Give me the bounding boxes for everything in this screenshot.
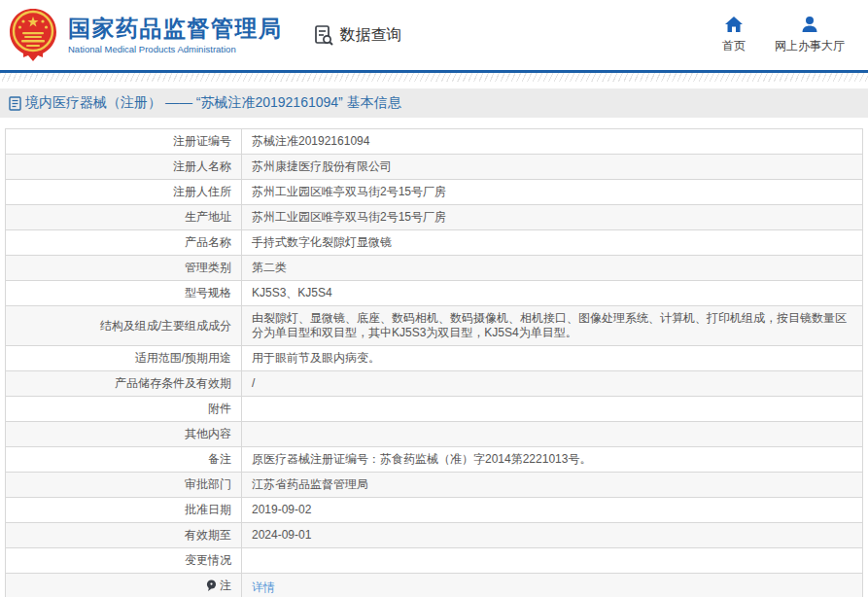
row-label-cell: 备注: [6, 447, 242, 473]
row-value: 苏州康捷医疗股份有限公司: [252, 159, 392, 173]
data-query-tab[interactable]: 数据查询: [312, 23, 402, 47]
table-row: 管理类别第二类: [6, 256, 863, 281]
row-label-cell: 注册人住所: [6, 180, 242, 205]
nav-home[interactable]: 首页: [722, 16, 746, 54]
row-value-cell: 苏州康捷医疗股份有限公司: [242, 155, 863, 180]
nav-online-hall-label: 网上办事大厅: [775, 38, 845, 54]
top-nav: 首页 网上办事大厅: [722, 16, 845, 54]
row-label-cell: 适用范围/预期用途: [6, 346, 242, 371]
row-label: 适用范围/预期用途: [135, 351, 231, 366]
row-value-cell: 苏械注准20192161094: [242, 129, 863, 155]
row-label: 注册人名称: [173, 159, 231, 174]
table-row: 批准日期2019-09-02: [6, 498, 863, 523]
row-value: 苏州工业园区唯亭双马街2号15号厂房: [252, 185, 446, 198]
home-icon: [724, 16, 744, 33]
table-row: 产品名称手持式数字化裂隙灯显微镜: [6, 230, 863, 256]
registration-info-table-wrap: 注册证编号苏械注准20192161094注册人名称苏州康捷医疗股份有限公司注册人…: [5, 128, 863, 597]
row-label: 注册人住所: [173, 185, 231, 199]
row-label: 产品储存条件及有效期: [115, 376, 231, 391]
row-label-cell: 批准日期: [6, 498, 242, 523]
row-value-cell: 用于眼前节及眼内病变。: [242, 346, 863, 371]
row-value-cell: [242, 548, 863, 574]
row-label: 生产地址: [185, 210, 231, 225]
data-query-icon: [312, 23, 335, 47]
row-label-cell: 型号规格: [6, 281, 242, 306]
row-value-cell: 详情: [242, 574, 863, 597]
row-value: 手持式数字化裂隙灯显微镜: [252, 235, 392, 249]
table-row: 注册人住所苏州工业园区唯亭双马街2号15号厂房: [6, 180, 863, 205]
table-row: 注详情: [6, 574, 863, 597]
row-value: KJ5S3、KJ5S4: [252, 286, 332, 299]
row-value-cell: 2024-09-01: [242, 523, 863, 548]
nav-home-label: 首页: [722, 38, 746, 54]
row-value: 2019-09-02: [252, 503, 311, 516]
row-value: 苏州工业园区唯亭双马街2号15号厂房: [252, 210, 446, 224]
user-icon: [800, 16, 819, 33]
table-row: 型号规格KJ5S3、KJ5S4: [6, 281, 863, 306]
breadcrumb-bar: 境内医疗器械（注册） —— “苏械注准20192161094” 基本信息: [0, 88, 868, 118]
row-value-cell: KJ5S3、KJ5S4: [242, 281, 863, 306]
row-value: 用于眼前节及眼内病变。: [252, 351, 380, 365]
row-label: 变更情况: [185, 553, 231, 568]
row-value-cell: 江苏省药品监督管理局: [242, 473, 863, 498]
row-label-cell: 有效期至: [6, 523, 242, 548]
row-value-cell: 由裂隙灯、显微镜、底座、数码相机、数码摄像机、相机接口、图像处理系统、计算机、打…: [242, 306, 863, 346]
note-icon: [206, 579, 217, 592]
row-label: 管理类别: [185, 261, 231, 275]
table-row: 有效期至2024-09-01: [6, 523, 863, 548]
row-value: 原医疗器械注册证编号：苏食药监械（准）字2014第2221013号。: [252, 452, 591, 466]
row-label: 批准日期: [185, 503, 231, 517]
row-value-cell: 2019-09-02: [242, 498, 863, 523]
detail-link[interactable]: 详情: [252, 580, 275, 594]
row-label: 审批部门: [185, 477, 231, 492]
row-label-cell: 产品储存条件及有效期: [6, 371, 242, 397]
row-label-cell: 审批部门: [6, 473, 242, 498]
row-value-cell: /: [242, 371, 863, 397]
row-label: 附件: [208, 402, 231, 416]
row-value-cell: [242, 422, 863, 447]
row-value-cell: 原医疗器械注册证编号：苏食药监械（准）字2014第2221013号。: [242, 447, 863, 473]
table-row: 适用范围/预期用途用于眼前节及眼内病变。: [6, 346, 863, 371]
page-title: 境内医疗器械（注册） —— “苏械注准20192161094” 基本信息: [25, 94, 401, 112]
nmpa-logo-link[interactable]: [8, 7, 58, 63]
row-label: 型号规格: [185, 286, 231, 300]
row-value-cell: 苏州工业园区唯亭双马街2号15号厂房: [242, 205, 863, 230]
row-value-cell: [242, 397, 863, 422]
row-value: /: [252, 376, 255, 390]
row-label: 备注: [208, 452, 231, 467]
table-row: 产品储存条件及有效期/: [6, 371, 863, 397]
data-query-label: 数据查询: [340, 25, 402, 46]
nav-online-hall[interactable]: 网上办事大厅: [775, 16, 845, 54]
site-subtitle: National Medical Products Administration: [68, 44, 283, 54]
info-table-body: 注册证编号苏械注准20192161094注册人名称苏州康捷医疗股份有限公司注册人…: [6, 129, 863, 597]
registration-info-table: 注册证编号苏械注准20192161094注册人名称苏州康捷医疗股份有限公司注册人…: [5, 128, 863, 597]
row-label: 产品名称: [185, 235, 231, 250]
row-label: 结构及组成/主要组成成分: [100, 319, 231, 334]
row-value: 苏械注准20192161094: [252, 134, 369, 148]
row-label-cell: 注册证编号: [6, 129, 242, 155]
table-row: 其他内容: [6, 422, 863, 447]
table-row: 生产地址苏州工业园区唯亭双马街2号15号厂房: [6, 205, 863, 230]
row-label-cell: 注: [6, 574, 242, 597]
table-row: 审批部门江苏省药品监督管理局: [6, 473, 863, 498]
row-value: 2024-09-01: [252, 528, 311, 542]
row-value: 江苏省药品监督管理局: [252, 477, 368, 491]
row-value-cell: 第二类: [242, 256, 863, 281]
row-label-cell: 生产地址: [6, 205, 242, 230]
site-title-block: 国家药品监督管理局 National Medical Products Admi…: [68, 16, 283, 54]
row-label-cell: 其他内容: [6, 422, 242, 447]
row-value: 第二类: [252, 261, 287, 274]
row-value-cell: 苏州工业园区唯亭双马街2号15号厂房: [242, 180, 863, 205]
row-label-cell: 管理类别: [6, 256, 242, 281]
row-label: 有效期至: [185, 528, 231, 543]
table-row: 附件: [6, 397, 863, 422]
row-label: 其他内容: [185, 427, 231, 441]
row-label-cell: 变更情况: [6, 548, 242, 574]
row-label-cell: 结构及组成/主要组成成分: [6, 306, 242, 346]
row-label-cell: 产品名称: [6, 230, 242, 256]
row-label: 注: [220, 579, 231, 593]
national-emblem-icon: [8, 7, 58, 63]
table-row: 注册证编号苏械注准20192161094: [6, 129, 863, 155]
table-row: 备注原医疗器械注册证编号：苏食药监械（准）字2014第2221013号。: [6, 447, 863, 473]
row-label: 注册证编号: [173, 134, 231, 149]
